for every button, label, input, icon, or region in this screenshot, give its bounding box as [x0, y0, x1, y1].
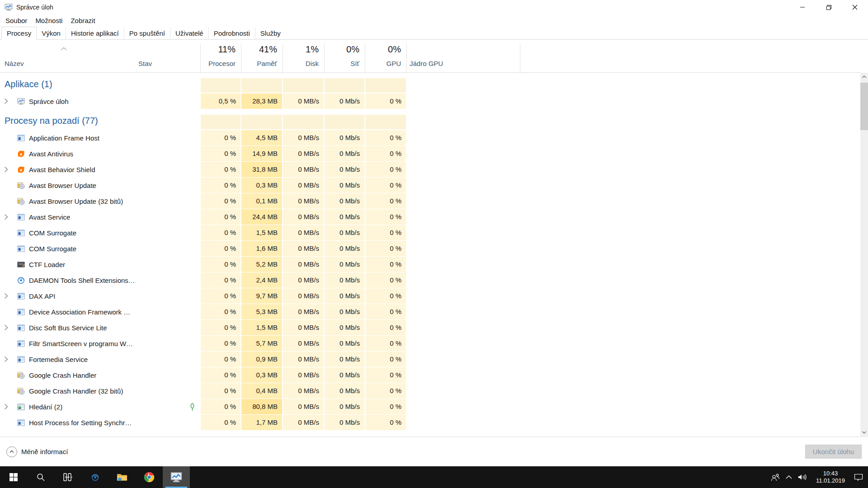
process-search-window-icon	[17, 403, 25, 411]
process-name: CTF Loader	[29, 257, 65, 272]
cell-procesor: 0 %	[201, 352, 241, 367]
taskbar-start-button[interactable]	[0, 466, 27, 488]
task-view-icon	[63, 473, 73, 482]
less-info-label: Méně informací	[21, 448, 68, 455]
sort-ascending-icon	[61, 45, 67, 52]
menu-item-soubor[interactable]: Soubor	[0, 17, 31, 24]
cell-sit: 0 Mb/s	[325, 272, 364, 288]
menu-item-zobrazit[interactable]: Zobrazit	[66, 17, 99, 24]
process-row[interactable]: Filtr SmartScreen v programu W…0 %5,7 MB…	[0, 336, 860, 352]
column-header-status[interactable]: Stav	[138, 60, 184, 70]
process-row[interactable]: Správce úloh0,5 %28,3 MB0 MB/s0 Mb/s0 %	[0, 94, 860, 109]
column-header-disk[interactable]: Disk	[283, 60, 319, 70]
expand-chevron-icon[interactable]	[4, 214, 8, 222]
cell-pamet: 14,9 MB	[241, 146, 282, 161]
tray-clock[interactable]: 10:43 11.01.2019	[811, 470, 850, 484]
column-header-gpu-engine[interactable]: Jádro GPU	[410, 60, 477, 70]
action-center-icon[interactable]	[852, 466, 865, 488]
process-name: Filtr SmartScreen v programu W…	[29, 336, 133, 352]
column-separator	[365, 43, 365, 72]
cell-gpu: 0 %	[365, 130, 406, 145]
process-row[interactable]: Disc Soft Bus Service Lite0 %1,5 MB0 MB/…	[0, 320, 860, 336]
tab-slu-by[interactable]: Služby	[255, 27, 286, 40]
process-row[interactable]: Avast Browser Update (32 bitů)0 %0,1 MB0…	[0, 193, 860, 209]
taskbar-chrome-button[interactable]	[136, 466, 163, 488]
cell-pamet: 0,4 MB	[241, 383, 282, 399]
process-row[interactable]: DAEMON Tools Shell Extensions…0 %2,4 MB0…	[0, 272, 860, 288]
process-name: Hledání (2)	[29, 399, 62, 415]
process-row[interactable]: COM Surrogate0 %1,5 MB0 MB/s0 Mb/s0 %	[0, 225, 860, 241]
process-row[interactable]: Avast Service0 %24,4 MB0 MB/s0 Mb/s0 %	[0, 209, 860, 225]
cell-disk: 0 MB/s	[283, 209, 324, 225]
menubar: SouborMožnostiZobrazit	[0, 14, 868, 27]
cell-disk: 0 MB/s	[283, 225, 324, 240]
process-row[interactable]: Device Association Framework …0 %5,3 MB0…	[0, 304, 860, 320]
expand-chevron-icon[interactable]	[4, 293, 8, 301]
taskbar-daemon-tools-button[interactable]	[81, 466, 108, 488]
column-header-procesor[interactable]: Procesor	[200, 60, 236, 70]
cell-sit: 0 Mb/s	[325, 352, 364, 367]
taskbar-search-button[interactable]	[27, 466, 54, 488]
process-name: COM Surrogate	[29, 225, 76, 241]
people-icon[interactable]	[769, 466, 782, 488]
process-row[interactable]: CTF Loader0 %5,2 MB0 MB/s0 Mb/s0 %	[0, 257, 860, 272]
tab-u-ivatel-[interactable]: Uživatelé	[170, 27, 208, 40]
cell-pamet: 9,7 MB	[241, 288, 282, 304]
process-window-icon	[17, 229, 25, 237]
cell-disk: 0 MB/s	[283, 320, 324, 335]
heat-cell-empty	[325, 115, 364, 129]
scroll-down-arrow[interactable]	[860, 428, 868, 436]
vertical-scrollbar[interactable]	[860, 73, 868, 436]
chevron-up-icon[interactable]	[782, 466, 796, 488]
process-row[interactable]: Application Frame Host0 %4,5 MB0 MB/s0 M…	[0, 130, 860, 146]
tab-historie-aplikac-[interactable]: Historie aplikací	[66, 27, 124, 40]
process-row[interactable]: aAvast Antivirus0 %14,9 MB0 MB/s0 Mb/s0 …	[0, 146, 860, 162]
expand-chevron-icon[interactable]	[4, 98, 8, 106]
cell-procesor: 0 %	[201, 162, 241, 177]
scrollbar-thumb[interactable]	[860, 83, 868, 130]
expand-chevron-icon[interactable]	[4, 166, 8, 174]
cell-gpu: 0 %	[365, 352, 406, 367]
column-header-name[interactable]: Název	[5, 60, 95, 70]
cell-gpu: 0 %	[365, 241, 406, 256]
process-row[interactable]: Google Crash Handler (32 bitů)0 %0,4 MB0…	[0, 383, 860, 399]
tab-procesy[interactable]: Procesy	[1, 27, 37, 40]
process-row[interactable]: DAX API0 %9,7 MB0 MB/s0 Mb/s0 %	[0, 288, 860, 304]
cell-procesor: 0 %	[201, 257, 241, 272]
process-row[interactable]: Google Crash Handler0 %0,3 MB0 MB/s0 Mb/…	[0, 367, 860, 383]
process-row[interactable]: Avast Browser Update0 %0,3 MB0 MB/s0 Mb/…	[0, 178, 860, 193]
cell-disk: 0 MB/s	[283, 336, 324, 351]
scroll-up-arrow[interactable]	[860, 73, 868, 80]
tab-v-kon[interactable]: Výkon	[37, 27, 66, 40]
tab-podrobnosti[interactable]: Podrobnosti	[208, 27, 255, 40]
taskbar-task-manager-button[interactable]	[163, 466, 190, 488]
process-name: Google Crash Handler (32 bitů)	[29, 383, 123, 399]
cell-gpu: 0 %	[365, 162, 406, 177]
process-row[interactable]: Fortemedia Service0 %0,9 MB0 MB/s0 Mb/s0…	[0, 352, 860, 367]
taskbar-file-explorer-button[interactable]	[108, 466, 136, 488]
column-header-sit[interactable]: Síť	[324, 60, 359, 70]
expand-chevron-icon[interactable]	[4, 356, 8, 364]
column-header-pamet[interactable]: Paměť	[241, 60, 277, 70]
cell-disk: 0 MB/s	[283, 367, 324, 383]
less-info-toggle[interactable]: Méně informací	[6, 446, 68, 457]
process-row[interactable]: Host Process for Setting Synchr…0 %1,7 M…	[0, 415, 860, 431]
cell-procesor: 0 %	[201, 399, 241, 414]
process-row[interactable]: Hledání (2)0 %80,8 MB0 MB/s0 Mb/s0 %	[0, 399, 860, 415]
taskbar-task-view-button[interactable]	[54, 466, 81, 488]
close-button[interactable]	[842, 0, 868, 14]
menu-item-monosti[interactable]: Možnosti	[31, 17, 66, 24]
chevron-up-circle-icon	[6, 446, 17, 457]
minimize-button[interactable]	[789, 0, 816, 14]
expand-chevron-icon[interactable]	[4, 324, 8, 333]
end-task-button[interactable]: Ukončit úlohu	[805, 445, 862, 459]
restore-button[interactable]	[816, 0, 842, 14]
column-header-gpu[interactable]: GPU	[365, 60, 401, 70]
speaker-icon[interactable]	[796, 466, 809, 488]
expand-chevron-icon[interactable]	[4, 404, 8, 412]
process-row[interactable]: aAvast Behavior Shield0 %31,8 MB0 MB/s0 …	[0, 162, 860, 178]
tab-po-spu-t-n-[interactable]: Po spuštění	[124, 27, 170, 40]
process-installer-disc-icon	[17, 197, 25, 205]
cell-procesor: 0 %	[201, 288, 241, 304]
process-row[interactable]: COM Surrogate0 %1,6 MB0 MB/s0 Mb/s0 %	[0, 241, 860, 257]
